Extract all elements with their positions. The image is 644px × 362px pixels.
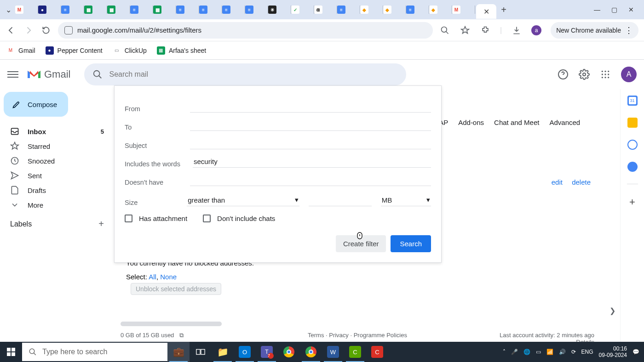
browser-tab[interactable]: ✓ [291, 3, 314, 16]
doesnt-have-input[interactable] [190, 174, 431, 186]
search-button[interactable]: Search [391, 235, 431, 252]
browser-tab[interactable]: ▦ [84, 3, 107, 16]
tray-language[interactable]: ENG [581, 349, 593, 355]
start-button[interactable] [0, 342, 22, 362]
account-avatar[interactable]: A [621, 67, 637, 82]
taskbar-clock[interactable]: 00:16 09-09-2024 [599, 345, 627, 359]
compose-button[interactable]: Compose [4, 92, 68, 117]
back-button[interactable] [6, 25, 17, 36]
bookmark-item[interactable]: ●Pepper Content [46, 46, 103, 55]
browser-tab[interactable]: ≡ [61, 3, 84, 16]
taskbar-app-camtasia[interactable]: C [344, 342, 366, 362]
tasks-icon[interactable] [627, 140, 638, 150]
bookmark-item[interactable]: ▦Arfaa's sheet [157, 46, 206, 55]
taskbar-app-chrome[interactable] [278, 342, 300, 362]
tray-wifi-icon[interactable]: 📶 [546, 349, 553, 355]
notifications-icon[interactable]: 💬 [632, 349, 639, 355]
browser-tab[interactable]: M [452, 3, 475, 16]
keep-icon[interactable] [627, 118, 638, 128]
browser-tab[interactable]: ֍ [314, 3, 337, 16]
settings-gear-icon[interactable] [579, 69, 590, 80]
dont-include-chats-checkbox[interactable]: Don't include chats [203, 215, 275, 222]
horizontal-scrollbar[interactable] [121, 322, 222, 326]
tray-mic-icon[interactable]: 🎤 [511, 349, 518, 355]
taskbar-app-explorer[interactable]: 📁 [212, 342, 234, 362]
sidebar-item-starred[interactable]: Starred [4, 139, 110, 153]
bookmark-item[interactable]: ▭ClickUp [113, 46, 147, 55]
search-input[interactable] [109, 70, 398, 79]
new-tab-button[interactable]: + [497, 5, 510, 15]
browser-tab[interactable]: ✳ [268, 3, 291, 16]
new-chrome-button[interactable]: New Chrome available⋮ [551, 22, 638, 39]
edit-link[interactable]: edit [552, 178, 563, 186]
browser-tab[interactable]: ≡ [130, 3, 153, 16]
browser-tab[interactable]: ▦ [107, 3, 130, 16]
subject-input[interactable] [190, 137, 431, 149]
settings-tab[interactable]: Chat and Meet [494, 119, 539, 126]
browser-tab[interactable]: ≡ [245, 3, 268, 16]
add-addon-icon[interactable]: + [629, 196, 635, 208]
browser-tab[interactable]: ◆ [383, 3, 406, 16]
taskbar-app-taskview[interactable] [190, 342, 212, 362]
to-input[interactable] [190, 119, 431, 131]
extensions-icon[interactable] [480, 25, 491, 36]
sidebar-item-sent[interactable]: Sent [4, 168, 110, 183]
size-operator-select[interactable]: greater than▾ [187, 194, 299, 206]
taskbar-app-camtasia-rec[interactable]: C [366, 342, 388, 362]
sidebar-item-snoozed[interactable]: Snoozed [4, 153, 110, 168]
browser-tab[interactable]: ≡ [337, 3, 360, 16]
add-label-icon[interactable]: + [98, 219, 104, 229]
reload-button[interactable] [40, 25, 52, 36]
sidepanel-expand-icon[interactable]: ❯ [610, 306, 615, 315]
taskbar-app-briefcase[interactable]: 💼 [167, 342, 190, 362]
forward-button[interactable] [23, 25, 34, 36]
taskbar-app-chrome-2[interactable] [300, 342, 322, 362]
calendar-icon[interactable]: 31 [627, 96, 638, 106]
from-input[interactable] [190, 101, 431, 113]
tray-globe-icon[interactable]: 🌐 [523, 349, 530, 355]
size-unit-select[interactable]: MB▾ [381, 194, 431, 206]
taskbar-app-teams[interactable]: T7 [256, 342, 278, 362]
select-none-link[interactable]: None [160, 273, 177, 281]
active-tab[interactable]: ✕ [476, 4, 496, 19]
search-mail[interactable] [84, 63, 406, 85]
bookmark-item[interactable]: MGmail [6, 46, 35, 55]
gmail-logo[interactable]: Gmail [27, 68, 70, 80]
taskbar-search[interactable]: Type here to search [22, 343, 167, 361]
bookmark-star-icon[interactable] [460, 25, 471, 36]
browser-tab[interactable]: M [15, 3, 38, 16]
window-maximize[interactable]: ▢ [611, 6, 617, 13]
browser-tab[interactable]: ◆ [360, 3, 383, 16]
site-info-icon[interactable] [64, 26, 73, 34]
tabs-overflow-icon[interactable]: ⌄ [3, 6, 14, 14]
window-minimize[interactable]: — [594, 6, 600, 13]
contacts-icon[interactable] [627, 162, 638, 172]
taskbar-app-word[interactable]: W [322, 342, 344, 362]
tray-volume-icon[interactable]: 🔊 [559, 349, 566, 355]
sidebar-item-more[interactable]: More [4, 198, 110, 212]
footer-links[interactable]: Terms · Privacy · Programme Policies [308, 332, 407, 339]
browser-tab[interactable]: ≡ [222, 3, 245, 16]
has-attachment-checkbox[interactable]: Has attachment [125, 215, 187, 222]
select-all-link[interactable]: All [149, 273, 156, 281]
profile-avatar-small[interactable]: a [531, 25, 541, 35]
taskbar-app-outlook[interactable]: O [234, 342, 256, 362]
open-storage-icon[interactable]: ⧉ [179, 332, 184, 339]
tray-sync-icon[interactable]: ⟳ [571, 349, 576, 355]
sidebar-item-drafts[interactable]: Drafts [4, 183, 110, 198]
browser-tab[interactable]: ● [38, 3, 61, 16]
settings-tab[interactable]: Add-ons [458, 119, 484, 126]
browser-tab[interactable]: ▦ [153, 3, 176, 16]
settings-tab[interactable]: Advanced [549, 119, 580, 126]
support-icon[interactable] [558, 69, 569, 80]
tray-overflow-icon[interactable]: ˄ [503, 349, 506, 355]
delete-link[interactable]: delete [572, 178, 591, 186]
apps-grid-icon[interactable] [600, 69, 611, 80]
browser-tab[interactable]: ≡ [199, 3, 222, 16]
tray-battery-icon[interactable]: ▭ [536, 349, 541, 355]
main-menu-button[interactable] [7, 69, 18, 80]
browser-tab[interactable]: ≡ [176, 3, 199, 16]
zoom-icon[interactable] [439, 25, 450, 36]
includes-input[interactable] [193, 156, 431, 168]
create-filter-button[interactable]: Create filter [336, 235, 386, 252]
